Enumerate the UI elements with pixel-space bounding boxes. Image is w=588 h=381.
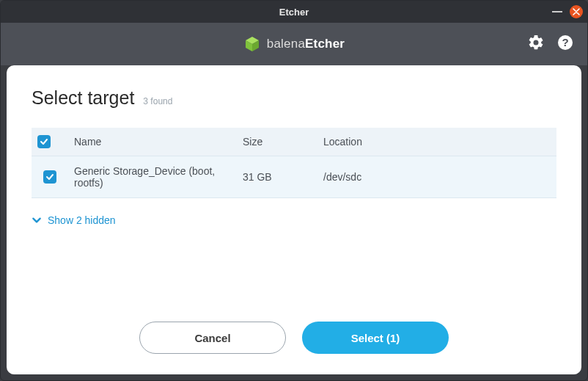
column-location: Location (317, 128, 556, 156)
window-title: Etcher (1, 7, 587, 18)
show-hidden-label: Show 2 hidden (48, 214, 116, 226)
target-location: /dev/sdc (317, 156, 556, 198)
brand-logo: balenaEtcher (243, 35, 345, 53)
brand-name-bold: Etcher (305, 37, 345, 51)
column-size: Size (237, 128, 317, 156)
page-heading: Select target 3 found (32, 87, 556, 109)
close-icon (573, 8, 580, 15)
titlebar: Etcher (1, 1, 587, 23)
brand-text: balenaEtcher (267, 37, 345, 51)
row-checkbox[interactable] (43, 170, 56, 184)
main-content: Select target 3 found Name Size Location (7, 65, 581, 374)
found-count: 3 found (143, 96, 172, 106)
table-row[interactable]: Generic Storage_Device (boot, rootfs) 31… (32, 156, 556, 198)
column-name: Name (68, 128, 237, 156)
chevron-down-icon (32, 215, 42, 225)
page-title: Select target (32, 87, 134, 109)
check-icon (40, 137, 48, 146)
help-button[interactable]: ? (556, 34, 574, 54)
app-window: Etcher balenaEtcher ? (0, 0, 588, 381)
close-button[interactable] (570, 5, 583, 18)
help-icon: ? (556, 34, 574, 51)
check-icon (45, 173, 54, 181)
show-hidden-toggle[interactable]: Show 2 hidden (32, 214, 556, 226)
settings-button[interactable] (527, 34, 545, 54)
minimize-button[interactable] (552, 11, 562, 12)
table-header-row: Name Size Location (32, 128, 556, 156)
target-size: 31 GB (237, 156, 317, 198)
brand-name-light: balena (267, 37, 305, 51)
select-button[interactable]: Select (1) (302, 322, 449, 354)
svg-text:?: ? (562, 36, 568, 48)
select-all-checkbox[interactable] (37, 135, 51, 148)
target-name: Generic Storage_Device (boot, rootfs) (68, 156, 237, 198)
cancel-button[interactable]: Cancel (139, 322, 286, 354)
action-bar: Cancel Select (1) (32, 322, 556, 357)
window-controls (552, 5, 583, 18)
app-header: balenaEtcher ? (1, 23, 587, 65)
cube-icon (243, 35, 261, 53)
gear-icon (527, 34, 545, 51)
targets-table: Name Size Location Generic Storage_Devic… (32, 128, 556, 198)
